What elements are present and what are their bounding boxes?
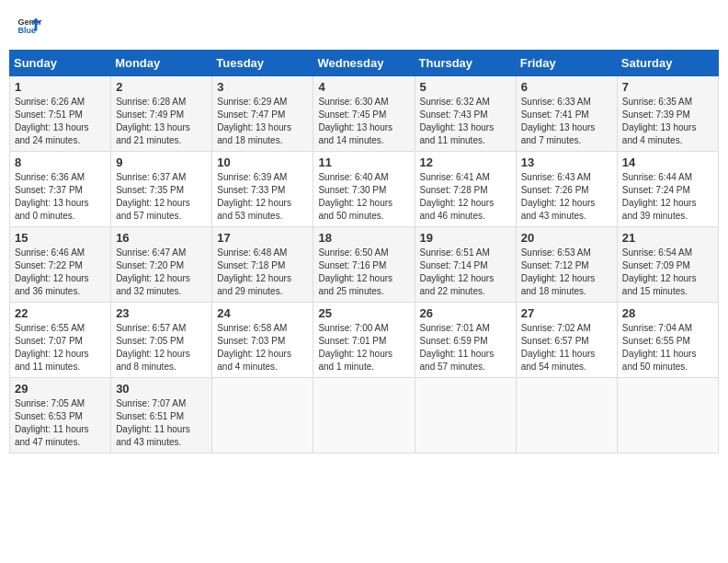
day-number: 3 [217, 80, 308, 94]
weekday-header-wednesday: Wednesday [313, 51, 415, 76]
cell-info: Sunrise: 6:48 AMSunset: 7:18 PMDaylight:… [217, 247, 291, 296]
calendar-cell: 3Sunrise: 6:29 AMSunset: 7:47 PMDaylight… [212, 76, 313, 152]
calendar-cell [212, 378, 313, 454]
day-number: 10 [217, 155, 308, 169]
weekday-header-thursday: Thursday [415, 51, 516, 76]
day-number: 1 [15, 80, 106, 94]
cell-info: Sunrise: 6:57 AMSunset: 7:05 PMDaylight:… [116, 323, 190, 372]
weekday-header-saturday: Saturday [617, 51, 718, 76]
calendar-cell: 19Sunrise: 6:51 AMSunset: 7:14 PMDayligh… [415, 227, 516, 303]
calendar-cell: 14Sunrise: 6:44 AMSunset: 7:24 PMDayligh… [617, 152, 718, 227]
cell-info: Sunrise: 7:00 AMSunset: 7:01 PMDaylight:… [318, 323, 392, 372]
calendar-cell: 7Sunrise: 6:35 AMSunset: 7:39 PMDaylight… [617, 76, 718, 152]
cell-info: Sunrise: 7:02 AMSunset: 6:57 PMDaylight:… [521, 323, 596, 372]
day-number: 6 [521, 80, 612, 94]
calendar-cell: 17Sunrise: 6:48 AMSunset: 7:18 PMDayligh… [212, 227, 313, 303]
weekday-header-monday: Monday [111, 51, 212, 76]
cell-info: Sunrise: 6:51 AMSunset: 7:14 PMDaylight:… [420, 247, 495, 296]
cell-info: Sunrise: 6:53 AMSunset: 7:12 PMDaylight:… [521, 247, 596, 296]
weekday-header-tuesday: Tuesday [212, 51, 313, 76]
calendar-cell: 4Sunrise: 6:30 AMSunset: 7:45 PMDaylight… [313, 76, 415, 152]
day-number: 26 [420, 306, 511, 320]
calendar-cell: 10Sunrise: 6:39 AMSunset: 7:33 PMDayligh… [212, 152, 313, 227]
calendar-week-row: 8Sunrise: 6:36 AMSunset: 7:37 PMDaylight… [10, 152, 719, 227]
day-number: 7 [622, 80, 713, 94]
day-number: 23 [116, 306, 207, 320]
day-number: 15 [15, 231, 106, 245]
day-number: 30 [116, 382, 207, 396]
calendar-cell: 13Sunrise: 6:43 AMSunset: 7:26 PMDayligh… [516, 152, 617, 227]
calendar-cell [313, 378, 415, 454]
calendar-week-row: 22Sunrise: 6:55 AMSunset: 7:07 PMDayligh… [10, 303, 719, 378]
logo: General Blue [17, 13, 42, 39]
calendar-cell: 29Sunrise: 7:05 AMSunset: 6:53 PMDayligh… [10, 378, 111, 454]
calendar-cell: 1Sunrise: 6:26 AMSunset: 7:51 PMDaylight… [10, 76, 111, 152]
calendar-week-row: 1Sunrise: 6:26 AMSunset: 7:51 PMDaylight… [10, 76, 719, 152]
day-number: 17 [217, 231, 308, 245]
day-number: 25 [318, 306, 409, 320]
day-number: 4 [318, 80, 409, 94]
calendar-cell: 18Sunrise: 6:50 AMSunset: 7:16 PMDayligh… [313, 227, 415, 303]
cell-info: Sunrise: 6:47 AMSunset: 7:20 PMDaylight:… [116, 247, 190, 296]
calendar-cell: 15Sunrise: 6:46 AMSunset: 7:22 PMDayligh… [10, 227, 111, 303]
calendar-cell: 23Sunrise: 6:57 AMSunset: 7:05 PMDayligh… [111, 303, 212, 378]
day-number: 29 [15, 382, 106, 396]
cell-info: Sunrise: 6:43 AMSunset: 7:26 PMDaylight:… [521, 172, 596, 221]
day-number: 19 [420, 231, 511, 245]
calendar-cell: 27Sunrise: 7:02 AMSunset: 6:57 PMDayligh… [516, 303, 617, 378]
calendar-cell: 5Sunrise: 6:32 AMSunset: 7:43 PMDaylight… [415, 76, 516, 152]
day-number: 9 [116, 155, 207, 169]
calendar-cell: 20Sunrise: 6:53 AMSunset: 7:12 PMDayligh… [516, 227, 617, 303]
cell-info: Sunrise: 6:35 AMSunset: 7:39 PMDaylight:… [622, 97, 697, 145]
calendar-cell: 2Sunrise: 6:28 AMSunset: 7:49 PMDaylight… [111, 76, 212, 152]
cell-info: Sunrise: 6:30 AMSunset: 7:45 PMDaylight:… [318, 97, 392, 145]
cell-info: Sunrise: 6:54 AMSunset: 7:09 PMDaylight:… [622, 247, 697, 296]
weekday-header-sunday: Sunday [10, 51, 111, 76]
cell-info: Sunrise: 6:46 AMSunset: 7:22 PMDaylight:… [15, 247, 89, 296]
weekday-header-row: SundayMondayTuesdayWednesdayThursdayFrid… [10, 51, 719, 76]
cell-info: Sunrise: 6:33 AMSunset: 7:41 PMDaylight:… [521, 97, 596, 145]
calendar-cell: 26Sunrise: 7:01 AMSunset: 6:59 PMDayligh… [415, 303, 516, 378]
calendar-cell: 12Sunrise: 6:41 AMSunset: 7:28 PMDayligh… [415, 152, 516, 227]
cell-info: Sunrise: 6:58 AMSunset: 7:03 PMDaylight:… [217, 323, 291, 372]
day-number: 22 [15, 306, 106, 320]
calendar-cell [516, 378, 617, 454]
day-number: 28 [622, 306, 713, 320]
cell-info: Sunrise: 6:36 AMSunset: 7:37 PMDaylight:… [15, 172, 89, 221]
cell-info: Sunrise: 6:32 AMSunset: 7:43 PMDaylight:… [420, 97, 495, 145]
cell-info: Sunrise: 7:04 AMSunset: 6:55 PMDaylight:… [622, 323, 697, 372]
calendar-cell [415, 378, 516, 454]
day-number: 20 [521, 231, 612, 245]
day-number: 13 [521, 155, 612, 169]
day-number: 12 [420, 155, 511, 169]
cell-info: Sunrise: 6:28 AMSunset: 7:49 PMDaylight:… [116, 97, 190, 145]
svg-text:Blue: Blue [17, 26, 36, 35]
cell-info: Sunrise: 6:50 AMSunset: 7:16 PMDaylight:… [318, 247, 392, 296]
calendar-table: SundayMondayTuesdayWednesdayThursdayFrid… [9, 50, 719, 454]
day-number: 2 [116, 80, 207, 94]
day-number: 14 [622, 155, 713, 169]
weekday-header-friday: Friday [516, 51, 617, 76]
calendar-cell [617, 378, 718, 454]
day-number: 11 [318, 155, 409, 169]
page-header: General Blue [9, 9, 719, 42]
day-number: 16 [116, 231, 207, 245]
logo-icon: General Blue [17, 13, 42, 39]
day-number: 8 [15, 155, 106, 169]
cell-info: Sunrise: 6:44 AMSunset: 7:24 PMDaylight:… [622, 172, 697, 221]
calendar-cell: 22Sunrise: 6:55 AMSunset: 7:07 PMDayligh… [10, 303, 111, 378]
calendar-cell: 9Sunrise: 6:37 AMSunset: 7:35 PMDaylight… [111, 152, 212, 227]
calendar-cell: 30Sunrise: 7:07 AMSunset: 6:51 PMDayligh… [111, 378, 212, 454]
cell-info: Sunrise: 7:01 AMSunset: 6:59 PMDaylight:… [420, 323, 495, 372]
day-number: 24 [217, 306, 308, 320]
calendar-cell: 25Sunrise: 7:00 AMSunset: 7:01 PMDayligh… [313, 303, 415, 378]
cell-info: Sunrise: 6:40 AMSunset: 7:30 PMDaylight:… [318, 172, 392, 221]
calendar-cell: 8Sunrise: 6:36 AMSunset: 7:37 PMDaylight… [10, 152, 111, 227]
cell-info: Sunrise: 7:05 AMSunset: 6:53 PMDaylight:… [15, 398, 89, 447]
cell-info: Sunrise: 6:29 AMSunset: 7:47 PMDaylight:… [217, 97, 291, 145]
calendar-cell: 11Sunrise: 6:40 AMSunset: 7:30 PMDayligh… [313, 152, 415, 227]
day-number: 18 [318, 231, 409, 245]
calendar-cell: 21Sunrise: 6:54 AMSunset: 7:09 PMDayligh… [617, 227, 718, 303]
day-number: 21 [622, 231, 713, 245]
cell-info: Sunrise: 6:26 AMSunset: 7:51 PMDaylight:… [15, 97, 89, 145]
